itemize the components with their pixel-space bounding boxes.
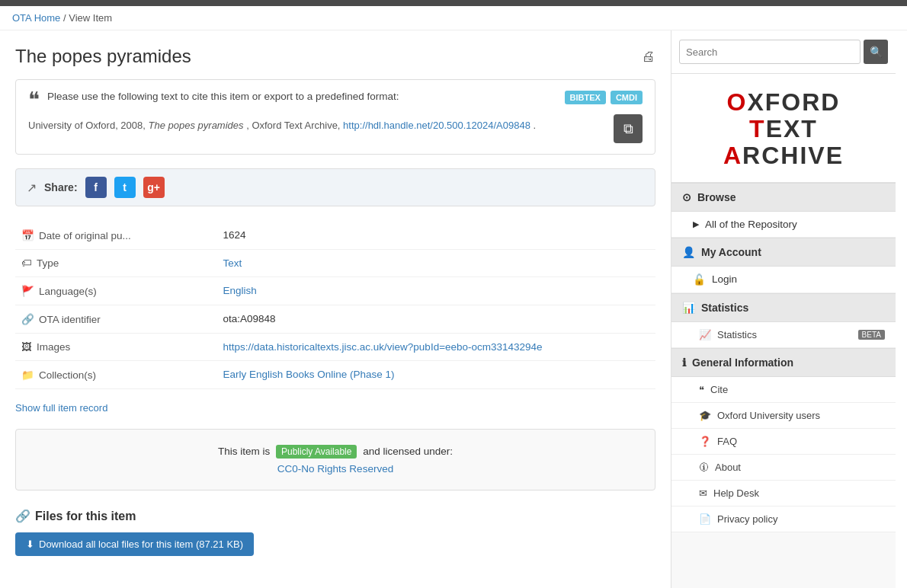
download-all-button[interactable]: ⬇ Download all local files for this item… [15,532,254,556]
meta-date-value: 1624 [223,229,246,241]
search-button[interactable]: 🔍 [864,40,888,64]
twitter-share-button[interactable]: t [114,177,136,198]
show-full-link[interactable]: Show full item record [15,402,107,414]
sidebar-item-help-desk[interactable]: ✉ Help Desk [671,481,896,507]
logo-T: T [749,115,766,142]
login-label: Login [712,273,737,285]
meta-type-label: Type [37,257,59,269]
info-icon: ℹ [682,356,686,369]
download-btn-label: Download all local files for this item (… [39,538,243,550]
statistics-sub-icon: 📈 [699,329,711,340]
search-input[interactable] [679,40,861,64]
sidebar-item-login[interactable]: 🔓 Login [671,267,896,293]
meta-ota-value: ota:A09848 [223,313,276,324]
page-title-row: The popes pyramides 🖨 [15,46,655,67]
sidebar-item-faq[interactable]: ❓ FAQ [671,429,896,455]
googleplus-share-button[interactable]: g+ [143,177,165,198]
meta-images-value[interactable]: https://data.historicaltexts.jisc.ac.uk/… [223,341,543,353]
meta-type-value[interactable]: Text [223,257,242,269]
logo-O: O [727,88,748,116]
files-heading: 🔗 Files for this item [15,509,655,523]
privacy-icon: 📄 [699,513,711,525]
date-icon: 📅 [21,229,34,241]
help-desk-icon: ✉ [699,487,707,499]
quote-icon: ❝ [28,89,40,110]
share-bar: ↗ Share: f t g+ [15,168,655,206]
citation-ref: University of Oxford, 2008, The popes py… [28,118,536,133]
sidebar-item-statistics-sub[interactable]: 📈 Statistics BETA [671,322,896,348]
files-heading-icon: 🔗 [15,509,30,523]
browse-icon: ⊙ [682,191,691,203]
share-label: Share: [44,181,78,193]
meta-language-row: 🚩 Language(s) English [15,277,655,305]
license-text: This item is Publicly Available and lice… [31,445,639,459]
sidebar-statistics-header[interactable]: 📊 Statistics [671,293,896,322]
privacy-label: Privacy policy [717,513,777,525]
meta-type-row: 🏷 Type Text [15,250,655,277]
breadcrumb-current: View Item [69,12,112,24]
sidebar-browse-header[interactable]: ⊙ Browse [671,183,896,212]
cite-icon: ❝ [699,384,704,395]
faq-label: FAQ [717,436,737,447]
about-icon: 🛈 [699,462,709,473]
license-after: and licensed under: [363,446,453,457]
logo-xford: XFORD [747,88,840,116]
sidebar: 🔍 OXFORD TEXT ARCHIVE ⊙ Browse ▶ Al [671,30,896,588]
citation-ref-row: University of Oxford, 2008, The popes py… [28,118,643,143]
print-icon[interactable]: 🖨 [642,49,655,65]
metadata-table: 📅 Date of original pu... 1624 🏷 Type Tex… [15,222,655,389]
cmdi-badge[interactable]: CMDI [611,91,643,104]
faq-icon: ❓ [699,436,711,447]
breadcrumb-home[interactable]: OTA Home [12,12,60,24]
facebook-share-button[interactable]: f [85,177,107,198]
share-icon: ↗ [27,181,37,195]
beta-badge: BETA [858,330,885,340]
download-icon: ⬇ [26,538,34,550]
account-icon: 👤 [682,246,695,258]
browse-label: Browse [697,191,736,203]
logo-ext: EXT [766,115,818,142]
publicly-available-badge: Publicly Available [276,445,357,459]
logo-rchive: RCHIVE [742,142,844,169]
sidebar-item-all-repository[interactable]: ▶ All of the Repository [671,212,896,238]
license-before: This item is [218,446,270,457]
files-heading-label: Files for this item [35,510,136,523]
citation-badges: BIBTEX CMDI [565,91,643,104]
bibtex-badge[interactable]: BIBTEX [565,91,606,104]
citation-header-left: ❝ Please use the following text to cite … [28,91,565,110]
meta-images-label: Images [37,341,70,353]
files-section: 🔗 Files for this item ⬇ Download all loc… [15,509,655,556]
meta-collection-value[interactable]: Early English Books Online (Phase 1) [223,369,395,380]
meta-collection-label: Collection(s) [39,369,96,381]
language-icon: 🚩 [21,285,34,297]
top-nav [0,0,907,6]
oxford-icon: 🎓 [699,410,711,421]
citation-ref-url[interactable]: http://hdl.handle.net/20.500.12024/A0984… [343,120,530,131]
meta-language-value[interactable]: English [223,285,257,296]
about-label: About [715,462,741,473]
license-link[interactable]: CC0-No Rights Reserved [277,463,393,475]
sidebar-item-cite[interactable]: ❝ Cite [671,377,896,403]
copy-citation-button[interactable]: ⧉ [614,114,643,143]
meta-collection-row: 📁 Collection(s) Early English Books Onli… [15,361,655,389]
sidebar-item-privacy[interactable]: 📄 Privacy policy [671,507,896,532]
license-link-row: CC0-No Rights Reserved [31,463,639,475]
ota-logo: OXFORD TEXT ARCHIVE [671,74,896,183]
account-label: My Account [701,246,761,258]
sidebar-general-info-header[interactable]: ℹ General Information [671,348,896,377]
citation-ref-prefix: University of Oxford, 2008, [28,120,146,131]
meta-date-label: Date of original pu... [39,230,131,241]
type-icon: 🏷 [21,257,32,269]
sidebar-item-oxford-users[interactable]: 🎓 Oxford University users [671,403,896,429]
sidebar-account-header[interactable]: 👤 My Account [671,238,896,267]
images-icon: 🖼 [21,341,32,353]
citation-header: ❝ Please use the following text to cite … [28,91,643,110]
logo-A: A [723,142,742,169]
sidebar-item-about[interactable]: 🛈 About [671,455,896,481]
ota-icon: 🔗 [21,313,34,325]
chevron-right-icon: ▶ [693,219,699,229]
help-desk-label: Help Desk [713,487,759,499]
sidebar-search-bar: 🔍 [671,30,896,74]
citation-label: Please use the following text to cite th… [47,91,565,102]
general-info-label: General Information [692,356,793,369]
